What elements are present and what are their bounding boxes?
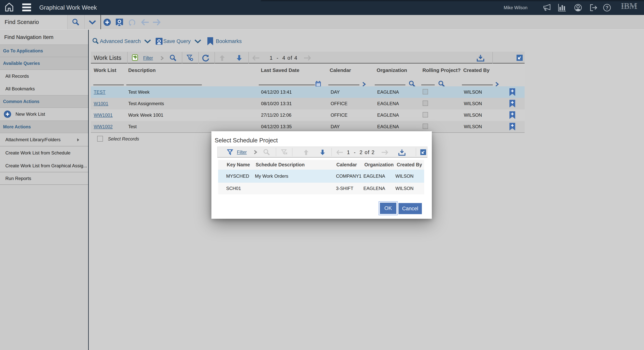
- svg-text:?: ?: [606, 5, 608, 11]
